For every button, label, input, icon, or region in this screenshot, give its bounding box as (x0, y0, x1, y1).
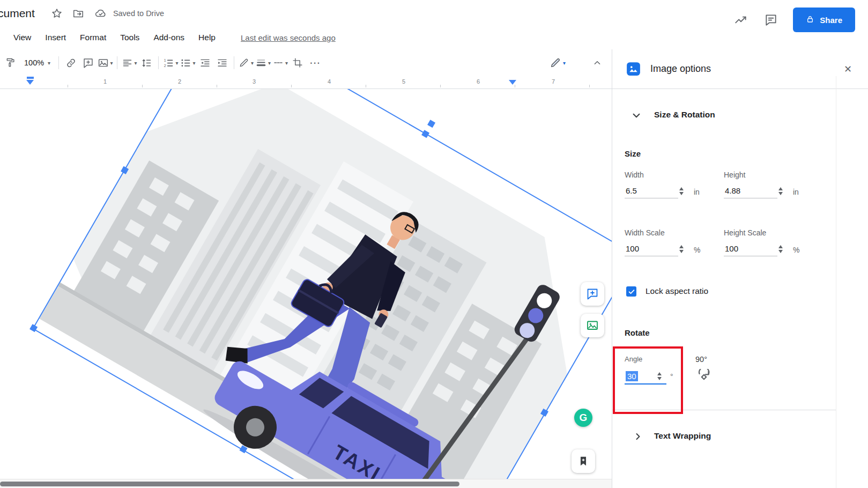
grammarly-button[interactable]: G (574, 409, 592, 427)
width-scale-field (625, 242, 693, 256)
bulleted-list-button[interactable]: ▾ (180, 53, 196, 72)
panel-title: Image options (650, 63, 842, 75)
rotate-90-button[interactable] (696, 369, 712, 387)
border-weight-button[interactable]: ▾ (255, 53, 271, 72)
caret-down-icon: ▾ (48, 60, 50, 66)
svg-text:1: 1 (164, 58, 166, 62)
saved-status[interactable]: Saved to Drive (93, 5, 164, 21)
zoom-select[interactable]: 100% ▾ (20, 53, 55, 72)
city-illustration: TAXI (34, 89, 612, 479)
height-scale-stepper[interactable] (778, 245, 783, 253)
text-wrapping-section-label[interactable]: Text Wrapping (654, 431, 711, 441)
lock-aspect-ratio-checkbox[interactable] (626, 286, 636, 297)
selected-image[interactable]: TAXI (34, 89, 612, 479)
title-right-actions: Share (733, 8, 855, 32)
insert-image-button[interactable]: ▾ (97, 53, 113, 72)
google-docs-app: cument Saved to Drive (0, 0, 868, 488)
comments-icon[interactable] (763, 12, 779, 28)
horizontal-scrollbar[interactable] (0, 479, 612, 488)
share-button[interactable]: Share (793, 8, 855, 32)
star-icon[interactable] (49, 5, 65, 21)
stepper-up-icon (679, 245, 684, 248)
width-stepper[interactable] (679, 187, 684, 195)
caret-down-icon: ▾ (268, 60, 271, 66)
height-scale-unit: % (793, 246, 799, 254)
menu-addons[interactable]: Add-ons (146, 31, 191, 45)
first-line-indent-marker[interactable] (27, 77, 34, 79)
height-scale-input[interactable] (724, 242, 777, 256)
menu-insert[interactable]: Insert (38, 31, 73, 45)
stepper-up-icon (778, 245, 783, 248)
align-button[interactable]: ▾ (121, 53, 137, 72)
chevron-right-icon (632, 430, 644, 443)
caret-down-icon: ▾ (193, 60, 196, 66)
ruler-mark: 5 (402, 78, 405, 85)
horizontal-scrollbar-thumb[interactable] (0, 482, 459, 486)
more-icon: ⋯ (309, 57, 320, 68)
decrease-indent-button[interactable] (197, 53, 213, 72)
angle-stepper[interactable] (657, 372, 662, 380)
crop-image-button[interactable] (290, 53, 306, 72)
rotation-handle[interactable] (427, 120, 435, 128)
numbered-list-button[interactable]: 12 ▾ (162, 53, 179, 72)
menu-view[interactable]: View (6, 31, 38, 45)
increase-indent-button[interactable] (214, 53, 230, 72)
border-color-button[interactable]: ▾ (238, 53, 254, 72)
paint-format-button[interactable] (3, 53, 19, 72)
checkmark-icon (628, 288, 635, 295)
width-unit: in (694, 188, 700, 196)
saved-status-text: Saved to Drive (113, 9, 164, 18)
more-options-button[interactable]: ⋯ (307, 53, 323, 72)
menu-tools[interactable]: Tools (113, 31, 146, 45)
section-divider (612, 410, 836, 410)
lock-aspect-ratio-label[interactable]: Lock aspect ratio (646, 286, 708, 296)
collapse-size-rotation-button[interactable] (629, 108, 643, 124)
menu-format[interactable]: Format (73, 31, 113, 45)
stepper-up-icon (657, 372, 662, 375)
height-stepper[interactable] (778, 187, 783, 195)
last-edit-link[interactable]: Last edit was seconds ago (241, 33, 336, 42)
toolbar-separator (158, 56, 159, 69)
move-to-folder-icon[interactable] (70, 5, 86, 21)
border-dash-button[interactable]: ▾ (272, 53, 288, 72)
height-scale-label: Height Scale (724, 228, 766, 237)
toolbar-separator (58, 56, 59, 69)
quick-edit-image-button[interactable] (581, 314, 604, 337)
menu-help[interactable]: Help (191, 31, 222, 45)
caret-down-icon: ▾ (110, 60, 113, 66)
hide-menus-button[interactable] (589, 53, 605, 72)
image-border-pen-button[interactable]: ▾ (550, 53, 566, 72)
rotate-90-label: 90° (695, 355, 707, 364)
quick-add-comment-button[interactable] (581, 282, 604, 306)
bookmark-addon-button[interactable] (572, 449, 595, 473)
angle-unit: ° (670, 372, 673, 381)
share-button-label: Share (820, 16, 842, 25)
document-title[interactable]: cument (0, 7, 35, 20)
document-canvas[interactable]: TAXI (0, 89, 612, 479)
toolbar-separator (117, 56, 117, 69)
topbar: cument Saved to Drive (0, 0, 868, 49)
width-input[interactable] (625, 184, 678, 198)
left-indent-marker[interactable] (26, 80, 34, 85)
width-label: Width (625, 171, 644, 179)
toolbar-separator (234, 56, 234, 69)
expand-text-wrapping-button[interactable] (632, 430, 644, 445)
close-panel-button[interactable]: ✕ (842, 61, 854, 77)
height-input[interactable] (724, 184, 777, 198)
width-scale-label: Width Scale (625, 228, 665, 237)
activity-trend-icon[interactable] (733, 12, 749, 28)
width-scale-input[interactable] (625, 242, 678, 256)
image-options-header: Image options ✕ (612, 49, 868, 89)
caret-down-icon: ▾ (176, 60, 179, 66)
zoom-value: 100% (24, 58, 44, 67)
right-indent-marker[interactable] (509, 80, 516, 85)
width-scale-stepper[interactable] (679, 245, 684, 253)
add-comment-button[interactable] (80, 53, 96, 72)
caret-down-icon: ▾ (251, 60, 254, 66)
image-options-icon (626, 62, 641, 76)
height-label: Height (724, 171, 745, 179)
line-spacing-button[interactable] (138, 53, 154, 72)
insert-link-button[interactable] (63, 53, 79, 72)
width-field (625, 184, 693, 198)
size-rotation-section-label[interactable]: Size & Rotation (654, 110, 715, 120)
